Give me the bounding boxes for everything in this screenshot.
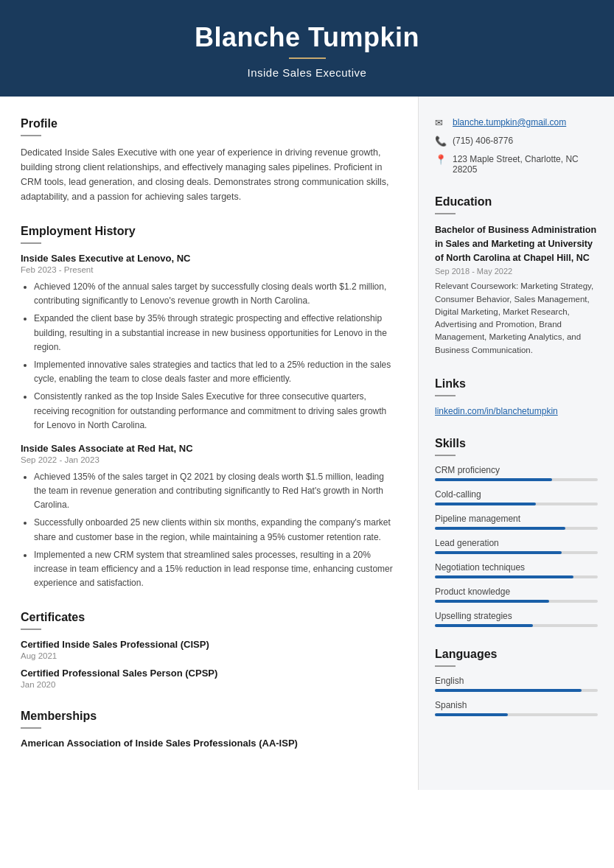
candidate-title: Inside Sales Executive (15, 66, 599, 79)
job-2-bullet-1: Achieved 135% of the sales target in Q2 … (34, 470, 397, 513)
skill-label-5: Product knowledge (435, 587, 598, 597)
job-2-title: Inside Sales Associate at Red Hat, NC (21, 443, 397, 454)
skill-item-2: Pipeline management (435, 514, 598, 530)
job-1-bullet-4: Consistently ranked as the top Inside Sa… (34, 390, 397, 433)
lang-item-1: Spanish (435, 700, 598, 716)
languages-list: English Spanish (435, 676, 598, 716)
contact-phone-item: 📞 (715) 406-8776 (435, 136, 598, 147)
job-1-bullet-1: Achieved 120% of the annual sales target… (34, 280, 397, 308)
lang-label-0: English (435, 676, 598, 686)
skill-bar-fill-1 (435, 503, 536, 505)
edu-coursework: Relevant Coursework: Marketing Strategy,… (435, 280, 598, 357)
job-1-dates: Feb 2023 - Present (21, 265, 397, 274)
contact-address: 123 Maple Street, Charlotte, NC 28205 (453, 154, 598, 175)
job-2-dates: Sep 2022 - Jan 2023 (21, 455, 397, 464)
languages-title: Languages (435, 648, 598, 661)
email-icon: ✉ (435, 117, 447, 128)
profile-text: Dedicated Inside Sales Executive with on… (21, 145, 397, 204)
cert-2-name: Certified Professional Sales Person (CPS… (21, 668, 397, 679)
membership-1-name: American Association of Inside Sales Pro… (21, 738, 397, 749)
skill-item-0: CRM proficiency (435, 465, 598, 481)
skill-label-0: CRM proficiency (435, 465, 598, 475)
page-header: Blanche Tumpkin Inside Sales Executive (0, 0, 614, 97)
contact-address-item: 📍 123 Maple Street, Charlotte, NC 28205 (435, 154, 598, 175)
job-1-bullets: Achieved 120% of the annual sales target… (21, 280, 397, 433)
skill-item-1: Cold-calling (435, 489, 598, 505)
skill-bar-bg-0 (435, 478, 598, 481)
contact-section: ✉ blanche.tumpkin@gmail.com 📞 (715) 406-… (435, 117, 598, 175)
links-title: Links (435, 377, 598, 391)
contact-email-item: ✉ blanche.tumpkin@gmail.com (435, 117, 598, 128)
skills-section: Skills CRM proficiency Cold-calling Pipe… (435, 437, 598, 627)
education-title: Education (435, 195, 598, 209)
skill-bar-bg-5 (435, 600, 598, 603)
profile-title: Profile (21, 117, 397, 130)
profile-divider (21, 135, 41, 136)
cert-1: Certified Inside Sales Professional (CIS… (21, 639, 397, 660)
lang-bar-bg-1 (435, 713, 598, 716)
memberships-section: Memberships American Association of Insi… (21, 710, 397, 749)
certificates-divider (21, 629, 41, 630)
education-divider (435, 213, 456, 214)
skill-label-3: Lead generation (435, 538, 598, 548)
skill-bar-bg-6 (435, 624, 598, 627)
skill-bar-fill-3 (435, 551, 562, 554)
skill-label-1: Cold-calling (435, 489, 598, 500)
memberships-divider (21, 727, 41, 729)
skill-bar-fill-2 (435, 527, 565, 530)
lang-bar-fill-1 (435, 713, 508, 716)
job-1-title: Inside Sales Executive at Lenovo, NC (21, 253, 397, 264)
job-2-bullets: Achieved 135% of the sales target in Q2 … (21, 470, 397, 591)
languages-divider (435, 665, 456, 667)
skill-bar-bg-1 (435, 503, 598, 505)
skills-list: CRM proficiency Cold-calling Pipeline ma… (435, 465, 598, 627)
header-divider (289, 57, 326, 59)
employment-divider (21, 242, 41, 244)
skill-item-6: Upselling strategies (435, 611, 598, 627)
candidate-name: Blanche Tumpkin (15, 22, 599, 53)
certificates-section: Certificates Certified Inside Sales Prof… (21, 611, 397, 689)
cert-2-date: Jan 2020 (21, 680, 397, 689)
skill-item-3: Lead generation (435, 538, 598, 554)
skill-bar-bg-2 (435, 527, 598, 530)
skill-item-5: Product knowledge (435, 587, 598, 603)
employment-title: Employment History (21, 225, 397, 238)
skill-bar-fill-0 (435, 478, 552, 481)
cert-2: Certified Professional Sales Person (CPS… (21, 668, 397, 689)
lang-item-0: English (435, 676, 598, 692)
lang-label-1: Spanish (435, 700, 598, 710)
main-layout: Profile Dedicated Inside Sales Executive… (0, 97, 614, 790)
skill-item-4: Negotiation techniques (435, 562, 598, 578)
employment-section: Employment History Inside Sales Executiv… (21, 225, 397, 590)
right-column: ✉ blanche.tumpkin@gmail.com 📞 (715) 406-… (419, 97, 614, 790)
job-2-bullet-3: Implemented a new CRM system that stream… (34, 548, 397, 591)
lang-bar-bg-0 (435, 689, 598, 692)
edu-dates: Sep 2018 - May 2022 (435, 267, 598, 276)
job-2-bullet-2: Successfully onboarded 25 new clients wi… (34, 516, 397, 544)
left-column: Profile Dedicated Inside Sales Executive… (0, 97, 419, 790)
cert-1-name: Certified Inside Sales Professional (CIS… (21, 639, 397, 650)
linkedin-link[interactable]: linkedin.com/in/blanchetumpkin (435, 406, 558, 416)
skill-label-6: Upselling strategies (435, 611, 598, 621)
links-section: Links linkedin.com/in/blanchetumpkin (435, 377, 598, 416)
memberships-title: Memberships (21, 710, 397, 723)
edu-degree: Bachelor of Business Administration in S… (435, 223, 598, 265)
certificates-title: Certificates (21, 611, 397, 624)
contact-phone: (715) 406-8776 (453, 136, 513, 146)
skill-bar-bg-3 (435, 551, 598, 554)
skills-divider (435, 455, 456, 456)
skill-label-2: Pipeline management (435, 514, 598, 524)
contact-email[interactable]: blanche.tumpkin@gmail.com (453, 117, 566, 127)
profile-section: Profile Dedicated Inside Sales Executive… (21, 117, 397, 204)
skill-bar-bg-4 (435, 575, 598, 578)
links-divider (435, 395, 456, 396)
lang-bar-fill-0 (435, 689, 582, 692)
education-section: Education Bachelor of Business Administr… (435, 195, 598, 357)
job-1-bullet-3: Implemented innovative sales strategies … (34, 358, 397, 386)
cert-1-date: Aug 2021 (21, 651, 397, 660)
job-1: Inside Sales Executive at Lenovo, NC Feb… (21, 253, 397, 433)
phone-icon: 📞 (435, 136, 447, 147)
skill-bar-fill-4 (435, 575, 573, 578)
languages-section: Languages English Spanish (435, 648, 598, 716)
location-icon: 📍 (435, 154, 447, 165)
